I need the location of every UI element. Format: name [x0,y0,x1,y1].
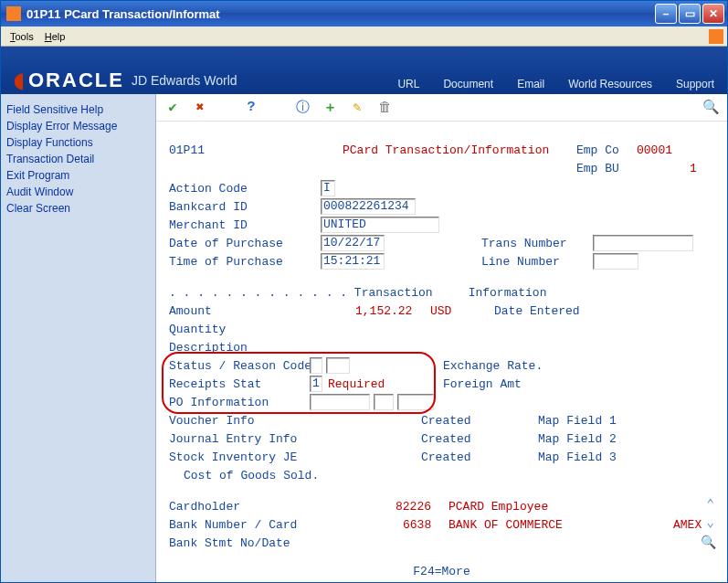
bottom-search-icon[interactable]: 🔍 [701,535,716,550]
body: Field Sensitive Help Display Error Messa… [1,94,727,582]
journal-entry-label: Journal Entry Info [169,432,297,446]
menubar-icon [709,29,723,44]
program-code: 01P11 [169,143,205,157]
trans-number-field[interactable] [593,235,693,251]
trans-number-label: Trans Number [481,237,567,250]
edit-icon[interactable]: ✎ [348,99,366,117]
bank-name: BANK OF COMMERCE [448,518,563,532]
close-button[interactable]: ✕ [702,4,724,24]
scroll-up-icon[interactable]: ⌃ [707,496,714,512]
toolbar: ✔ ✖ ? ⓘ ＋ ✎ 🗑 🔍 [156,94,727,122]
bank-num: 6638 [403,518,431,532]
date-purchase-field[interactable]: 10/22/17 [321,235,385,251]
emp-co-label: Emp Co [576,143,619,157]
menubar: Tools Help [1,26,727,47]
line-number-label: Line Number [481,255,560,269]
time-purchase-field[interactable]: 15:21:21 [321,253,385,270]
amount-label: Amount [169,304,212,318]
content: 01P11 PCard Transaction/Information Emp … [156,123,727,582]
ok-icon[interactable]: ✔ [164,99,182,117]
sidebar-item-audit[interactable]: Audit Window [6,184,150,200]
emp-bu-label: Emp BU [576,162,619,175]
brand-text: ORACLE [28,69,124,92]
sidebar: Field Sensitive Help Display Error Messa… [1,94,156,582]
link-support[interactable]: Support [676,78,714,90]
voucher-info-label: Voucher Info [169,414,255,428]
stock-inv-label: Stock Inventory JE [169,450,297,464]
line-number-field[interactable] [593,253,638,270]
date-entered-label: Date Entered [494,304,580,318]
emp-bu-value: 1 [690,162,697,175]
date-purchase-label: Date of Purchase [169,237,283,250]
page-title: PCard Transaction/Information [343,143,549,157]
created-2: Created [421,432,471,446]
menu-tools[interactable]: Tools [5,29,39,44]
po-field-2[interactable] [374,394,394,410]
app-window: 01P11 PCard Transaction/Informat – ▭ ✕ T… [0,0,728,583]
cardholder-label: Cardholder [169,500,240,514]
minimize-button[interactable]: – [655,4,677,24]
bank-stmt-label: Bank Stmt No/Date [169,536,290,550]
sidebar-item-error-msg[interactable]: Display Error Message [6,118,150,134]
receipts-stat-label: Receipts Stat [169,377,261,391]
banner: ORACLE JD Edwards World URL Document Ema… [1,47,727,94]
bank-card-type: AMEX [673,518,702,532]
po-field-3[interactable] [397,394,434,410]
reason-field[interactable] [326,357,350,374]
titlebar[interactable]: 01P11 PCard Transaction/Informat – ▭ ✕ [1,1,727,26]
created-3: Created [421,450,471,464]
link-url[interactable]: URL [397,78,419,90]
cogs-label: Cost of Goods Sold. [184,469,319,482]
status-reason-label: Status / Reason Code [169,359,311,373]
merchant-id-label: Merchant ID [169,218,248,232]
search-icon[interactable]: 🔍 [702,99,720,117]
scroll-down-icon[interactable]: ⌄ [707,514,714,530]
receipts-stat-field[interactable]: 1 [310,376,322,392]
map-field-2-label: Map Field 2 [538,432,617,446]
action-code-field[interactable]: I [321,180,335,196]
created-1: Created [421,414,471,428]
po-field-1[interactable] [310,394,370,410]
section-header: . . . . . . . . . . . . . Transaction In… [169,286,546,300]
description-label: Description [169,341,248,355]
sidebar-item-field-help[interactable]: Field Sensitive Help [6,101,150,118]
amount-value: 1,152.22 [355,304,412,318]
footer-hint: F24=More [156,565,727,578]
map-field-1-label: Map Field 1 [538,414,617,428]
delete-icon[interactable]: 🗑 [375,99,394,117]
receipts-stat-text: Required [328,377,385,391]
time-purchase-label: Time of Purchase [169,255,283,269]
help-icon[interactable]: ? [242,99,260,117]
exchange-rate-label: Exchange Rate. [443,359,543,373]
currency-value: USD [430,304,451,318]
sidebar-item-clear[interactable]: Clear Screen [6,200,150,217]
cancel-icon[interactable]: ✖ [191,99,209,117]
window-title: 01P11 PCard Transaction/Informat [26,7,220,21]
foreign-amt-label: Foreign Amt [443,377,522,391]
brand-logo: ORACLE JD Edwards World [14,69,237,92]
po-info-label: PO Information [169,396,269,409]
quantity-label: Quantity [169,323,226,336]
bankcard-id-label: Bankcard ID [169,200,248,214]
action-code-label: Action Code [169,182,248,196]
maximize-button[interactable]: ▭ [679,4,701,24]
sidebar-item-exit[interactable]: Exit Program [6,167,150,184]
map-field-3-label: Map Field 3 [538,450,617,464]
link-world-resources[interactable]: World Resources [568,78,652,90]
cardholder-num: 82226 [396,500,431,514]
bankcard-id-field[interactable]: 000822261234 [321,198,416,215]
link-email[interactable]: Email [517,78,544,90]
banner-links: URL Document Email World Resources Suppo… [397,78,714,92]
link-document[interactable]: Document [443,78,493,90]
merchant-id-field[interactable]: UNITED [321,217,439,233]
menu-help[interactable]: Help [39,29,71,44]
app-icon [6,6,21,21]
sidebar-item-functions[interactable]: Display Functions [6,134,150,151]
cardholder-name: PCARD Employee [448,500,548,514]
status-field[interactable] [310,357,322,374]
add-icon[interactable]: ＋ [321,99,339,117]
product-text: JD Edwards World [132,73,237,88]
bank-label: Bank Number / Card [169,518,297,532]
info-icon[interactable]: ⓘ [293,99,311,117]
sidebar-item-trans-detail[interactable]: Transaction Detail [6,151,150,167]
